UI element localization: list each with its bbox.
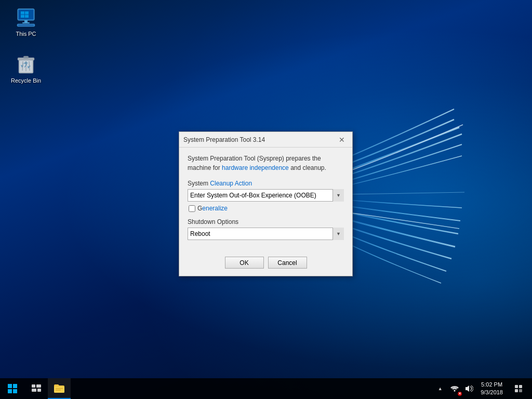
cleanup-label-text1: System — [188, 180, 210, 187]
shutdown-options-select[interactable]: Reboot Shutdown Quit — [188, 228, 344, 240]
svg-rect-22 — [36, 384, 41, 388]
network-icon — [450, 385, 459, 392]
svg-rect-25 — [56, 388, 63, 389]
dialog-body: System Preparation Tool (Sysprep) prepar… — [179, 148, 352, 252]
svg-rect-6 — [24, 20, 28, 22]
svg-rect-31 — [519, 389, 522, 392]
dialog-footer: OK Cancel — [179, 252, 352, 276]
network-tray-icon[interactable]: ✕ — [447, 378, 462, 399]
svg-rect-13 — [23, 56, 29, 58]
dialog-description: System Preparation Tool (Sysprep) prepar… — [188, 154, 344, 172]
generalize-label[interactable]: Generalize — [197, 205, 228, 212]
svg-rect-28 — [515, 385, 518, 388]
svg-rect-29 — [519, 385, 522, 388]
recycle-bin-label: Recycle Bin — [11, 77, 41, 84]
desc-text-2: and cleanup. — [289, 164, 326, 171]
notification-icon — [515, 385, 522, 392]
taskbar: ▲ ✕ 5:0 — [0, 378, 532, 399]
tray-expand-button[interactable]: ▲ — [435, 378, 445, 399]
this-pc-icon — [16, 7, 36, 28]
svg-rect-7 — [22, 22, 30, 23]
svg-rect-26 — [56, 390, 61, 391]
dialog-title: System Preparation Tool 3.14 — [183, 136, 336, 143]
shutdown-options-group: Shutdown Options Reboot Shutdown Quit ▼ — [188, 218, 344, 240]
svg-rect-2 — [21, 11, 24, 15]
task-view-button[interactable] — [25, 378, 48, 399]
svg-rect-23 — [32, 389, 36, 392]
close-button[interactable]: ✕ — [336, 134, 348, 146]
this-pc-label: This PC — [16, 30, 36, 37]
shutdown-select-wrapper: Reboot Shutdown Quit ▼ — [188, 228, 344, 240]
dialog-titlebar: System Preparation Tool 3.14 ✕ — [179, 132, 352, 148]
notification-center-button[interactable] — [509, 378, 528, 399]
cleanup-action-select[interactable]: Enter System Out-of-Box Experience (OOBE… — [188, 189, 344, 202]
windows-start-icon — [8, 384, 17, 393]
generalize-text1: G — [197, 205, 202, 212]
svg-rect-18 — [13, 384, 17, 388]
desktop: This PC Recycle Bin — [0, 0, 532, 399]
svg-rect-4 — [21, 15, 24, 18]
network-error-indicator: ✕ — [458, 392, 462, 396]
svg-rect-21 — [32, 384, 35, 388]
desktop-icon-recycle-bin[interactable]: Recycle Bin — [5, 52, 47, 86]
cleanup-label-highlight: Cleanup Action — [210, 180, 252, 187]
svg-rect-19 — [8, 389, 12, 393]
taskbar-clock[interactable]: 5:02 PM 9/3/2018 — [476, 378, 507, 399]
task-view-icon — [32, 384, 41, 392]
clock-date: 9/3/2018 — [481, 389, 503, 396]
system-tray: ▲ ✕ 5:0 — [431, 378, 532, 399]
svg-rect-1 — [19, 10, 33, 19]
cleanup-action-group: System Cleanup Action Enter System Out-o… — [188, 180, 344, 212]
svg-rect-9 — [18, 25, 34, 26]
cancel-button[interactable]: Cancel — [268, 257, 307, 269]
svg-rect-17 — [8, 384, 12, 388]
svg-rect-20 — [13, 389, 17, 393]
expand-icon: ▲ — [438, 386, 443, 391]
generalize-checkbox[interactable] — [189, 205, 195, 212]
svg-rect-5 — [25, 15, 29, 18]
start-button[interactable] — [0, 378, 25, 399]
file-explorer-icon — [54, 383, 64, 393]
file-explorer-taskbar-button[interactable] — [48, 378, 71, 399]
volume-tray-icon[interactable] — [464, 378, 474, 399]
volume-icon — [465, 385, 473, 392]
clock-time: 5:02 PM — [481, 381, 502, 389]
sysprep-dialog: System Preparation Tool 3.14 ✕ System Pr… — [179, 131, 353, 276]
desktop-icon-this-pc[interactable]: This PC — [5, 5, 47, 39]
svg-rect-30 — [515, 389, 518, 392]
svg-rect-3 — [25, 11, 29, 15]
recycle-bin-icon — [16, 54, 36, 75]
cleanup-select-wrapper: Enter System Out-of-Box Experience (OOBE… — [188, 189, 344, 202]
svg-point-27 — [454, 390, 456, 392]
generalize-highlight: eneralize — [202, 205, 228, 212]
shutdown-options-label: Shutdown Options — [188, 218, 344, 225]
generalize-checkbox-row: Generalize — [189, 205, 344, 212]
svg-rect-24 — [37, 389, 41, 392]
cleanup-action-label: System Cleanup Action — [188, 180, 344, 187]
desc-highlight: hardware independence — [222, 164, 289, 171]
ok-button[interactable]: OK — [225, 257, 264, 269]
